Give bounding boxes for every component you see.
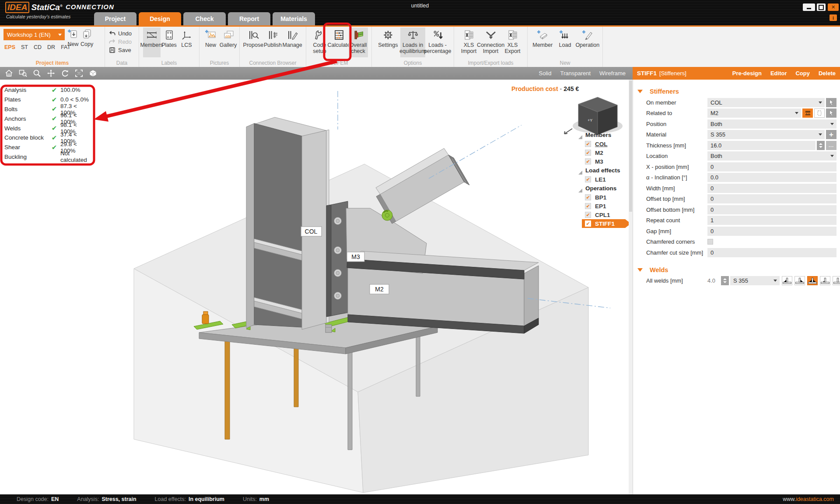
ribbon-button-plates[interactable]: Plates — [161, 28, 178, 57]
view-mode-transparent[interactable]: Transparent — [560, 70, 591, 77]
solid-box-icon[interactable] — [88, 69, 98, 78]
navigation-cube[interactable]: +Y — [564, 97, 623, 135]
tree-item-stiff1[interactable]: ✔STIFF1 — [582, 219, 625, 228]
field-chamfer-cut-size-mm[interactable]: 0 — [707, 248, 836, 257]
ribbon-button-copy-project[interactable]: Copy — [80, 27, 94, 56]
code-dr[interactable]: DR — [47, 44, 55, 50]
tab-project[interactable]: Project — [94, 12, 136, 25]
field-inclination[interactable]: 0.0 — [707, 173, 836, 182]
field-location[interactable]: Both — [707, 151, 836, 161]
spin-up-icon[interactable] — [723, 278, 727, 280]
tree-item-le1[interactable]: ✔LE1 — [578, 175, 633, 184]
panel-action-pre-design[interactable]: Pre-design — [732, 70, 762, 77]
code-cd[interactable]: CD — [34, 44, 42, 50]
panel-action-editor[interactable]: Editor — [770, 70, 787, 77]
collapse-icon[interactable] — [578, 186, 582, 190]
tree-item-m2[interactable]: ✔M2 — [578, 148, 633, 157]
tree-item-bp1[interactable]: ✔BP1 — [578, 193, 633, 202]
field-width-mm[interactable]: 0 — [707, 184, 836, 193]
ribbon-button-xls-export[interactable]: XLS Export — [502, 28, 524, 57]
panel-action-copy[interactable]: Copy — [795, 70, 810, 77]
ribbon-button-settings[interactable]: Settings — [376, 28, 401, 57]
field-weld-material[interactable]: S 355 — [730, 276, 780, 285]
checkbox-chamfered-corners[interactable] — [707, 239, 713, 245]
tree-item-col[interactable]: ✔COL — [578, 140, 633, 148]
weld-type-fillet-both[interactable] — [807, 276, 818, 285]
panel-section-stiffeners[interactable]: Stiffeners — [633, 86, 840, 97]
checkbox-icon[interactable]: ✔ — [585, 158, 591, 164]
zoom-window-icon[interactable] — [18, 69, 28, 78]
plus-button[interactable]: + — [826, 130, 836, 139]
checkbox-icon[interactable]: ✔ — [585, 212, 591, 218]
more-button[interactable]: ... — [826, 141, 836, 150]
code-eps[interactable]: EPS — [4, 44, 15, 50]
weld-type-fillet-right[interactable] — [794, 276, 805, 285]
field-repeat-count[interactable]: 1 — [707, 216, 836, 225]
ribbon-button-publish[interactable]: Publish — [263, 28, 283, 57]
section-collapse-icon[interactable] — [637, 268, 643, 272]
ribbon-button-propose[interactable]: Propose — [244, 28, 263, 57]
weld-type-butt[interactable] — [833, 276, 840, 285]
spin-down-icon[interactable] — [723, 281, 727, 283]
ribbon-button-gallery[interactable]: Gallery — [220, 28, 237, 57]
tree-section-members[interactable]: Members — [578, 130, 633, 140]
tab-materials[interactable]: Materials — [273, 12, 315, 25]
ribbon-button-operation[interactable]: Operation — [576, 28, 598, 57]
section-collapse-icon[interactable] — [637, 90, 643, 93]
ribbon-button-save[interactable]: Save — [105, 46, 139, 54]
field-x-position-mm[interactable]: 0 — [707, 162, 836, 172]
maximize-button[interactable] — [817, 4, 826, 11]
checkbox-icon[interactable]: ✔ — [585, 220, 591, 227]
tab-report[interactable]: Report — [228, 12, 270, 25]
collapse-icon[interactable] — [578, 168, 582, 172]
ribbon-button-members[interactable]: Members — [143, 28, 161, 57]
ribbon-button-member[interactable]: Member — [532, 28, 554, 57]
panel-section-welds[interactable]: Welds — [633, 264, 840, 276]
spinner-button[interactable] — [721, 276, 729, 285]
checkbox-icon[interactable]: ✔ — [585, 194, 591, 200]
tree-section-load-effects[interactable]: Load effects — [578, 166, 633, 175]
checkbox-icon[interactable]: ✔ — [585, 150, 591, 156]
column-member[interactable] — [246, 117, 329, 329]
field-gap-mm[interactable]: 0 — [707, 227, 836, 236]
minimize-button[interactable] — [803, 4, 815, 11]
close-button[interactable]: ✕ — [828, 4, 839, 11]
scrollbar-thumb[interactable] — [629, 80, 632, 212]
rotate-icon[interactable] — [60, 69, 70, 78]
field-offset-bottom-mm[interactable]: 0 — [707, 205, 836, 214]
panel-action-delete[interactable]: Delete — [819, 70, 836, 77]
zoom-icon[interactable] — [32, 69, 42, 78]
field-on-member[interactable]: COL — [707, 98, 825, 107]
ribbon-button-code-setup[interactable]: Code setup — [310, 28, 329, 57]
ribbon-button-undo[interactable]: Undo — [105, 29, 139, 38]
field-thickness-mm[interactable]: 16.0 — [707, 141, 816, 150]
ribbon-button-new-project[interactable]: New — [66, 27, 80, 56]
tree-section-operations[interactable]: Operations — [578, 184, 633, 193]
fit-icon[interactable] — [74, 69, 84, 78]
checkbox-icon[interactable]: ✔ — [585, 141, 591, 147]
pan-icon[interactable] — [46, 69, 56, 78]
field-related-to[interactable]: M2 — [707, 108, 801, 118]
website-link[interactable]: www.ideastatica.com — [783, 496, 840, 502]
field-material[interactable]: S 355 — [707, 130, 825, 139]
viewport-3d[interactable]: COL M3 M2 +Y Production cost-245 € Analy… — [0, 80, 633, 494]
spin-up-icon[interactable] — [819, 143, 822, 145]
tab-design[interactable]: Design — [139, 12, 181, 25]
info-button[interactable]: i — [830, 14, 837, 21]
pick-cursor-button[interactable] — [826, 108, 836, 118]
tree-item-ep1[interactable]: ✔EP1 — [578, 202, 633, 210]
beam-view-button[interactable] — [802, 108, 813, 118]
ribbon-button-loads-in-equilibrium[interactable]: Loads in equilibrium — [400, 28, 425, 57]
ribbon-button-new[interactable]: New — [202, 28, 220, 57]
tree-item-cpl1[interactable]: ✔CPL1 — [578, 210, 633, 219]
weld-type-fillet-partial[interactable] — [820, 276, 830, 285]
workshop-selector[interactable]: Workshop 1 (EN) — [4, 29, 65, 40]
ribbon-button-calculate[interactable]: Calculate — [329, 28, 349, 57]
checkbox-icon[interactable]: ✔ — [585, 203, 591, 209]
view-mode-wireframe[interactable]: Wireframe — [599, 70, 626, 77]
tab-check[interactable]: Check — [183, 12, 226, 25]
tree-item-m3[interactable]: ✔M3 — [578, 157, 633, 166]
pick-cursor-button[interactable] — [826, 98, 836, 107]
collapse-icon[interactable] — [578, 133, 582, 137]
code-st[interactable]: ST — [21, 44, 28, 50]
